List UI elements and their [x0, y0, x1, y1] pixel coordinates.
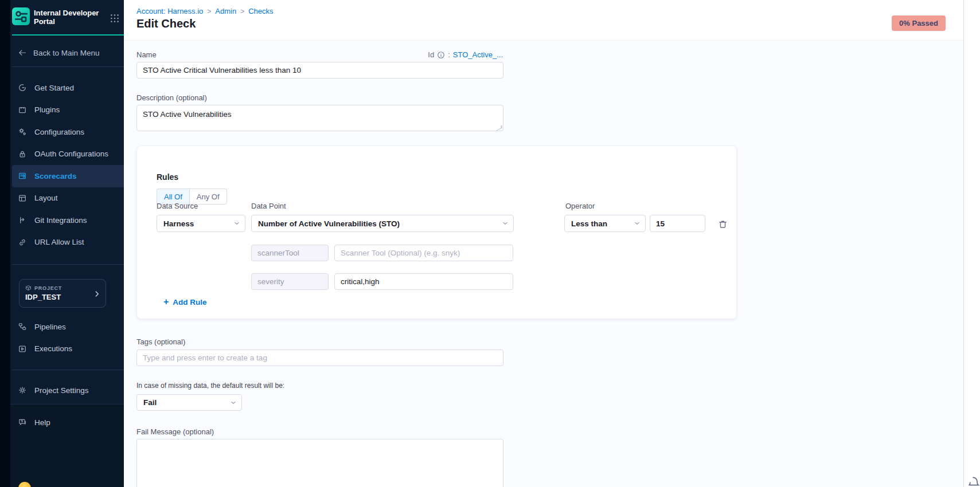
chevron-down-icon: [233, 219, 241, 227]
accent-divider: [12, 34, 124, 36]
support-bell-icon[interactable]: [966, 475, 980, 487]
id-label: Id: [428, 50, 434, 59]
project-name: IDP_TEST: [25, 293, 61, 301]
app-title: Internal Developer Portal: [34, 9, 103, 26]
configurations-icon: [18, 127, 27, 136]
git-branch-icon: [18, 215, 27, 225]
page-title: Edit Check: [136, 17, 196, 30]
sidebar-footer: Help: [10, 404, 124, 487]
help-chat-icon: [18, 418, 27, 427]
breadcrumb-account-link[interactable]: Account: Harness.io: [136, 7, 203, 15]
name-label: Name: [136, 50, 157, 59]
tags-label: Tags (optional): [136, 337, 185, 346]
sidebar-settings-nav: Project Settings: [10, 379, 124, 402]
apps-grid-icon[interactable]: [110, 13, 120, 23]
link-icon: [18, 238, 27, 247]
sidebar-item-help[interactable]: Help: [10, 411, 124, 434]
chevron-down-icon: [501, 219, 509, 227]
back-label: Back to Main Menu: [33, 49, 100, 57]
data-source-select[interactable]: Harness: [157, 215, 245, 232]
chevron-down-icon: [229, 399, 237, 407]
tags-input[interactable]: [136, 349, 503, 366]
threshold-input[interactable]: [650, 215, 705, 232]
sidebar-nav: Get Started Plugins Configurations OAuth…: [10, 77, 124, 253]
sidebar-item-get-started[interactable]: Get Started: [10, 77, 124, 99]
check-id-value[interactable]: STO_Active_...: [453, 50, 503, 59]
description-label: Description (optional): [136, 93, 207, 102]
sidebar-item-configurations[interactable]: Configurations: [10, 121, 124, 143]
description-textarea[interactable]: STO Active Vulnerabilities: [136, 105, 503, 131]
breadcrumb: Account: Harness.io > Admin > Checks: [136, 7, 274, 15]
plus-icon: +: [163, 297, 169, 307]
chevron-down-icon: [633, 219, 641, 227]
data-point-select[interactable]: Number of Active Vulnerabilities (STO): [251, 215, 514, 232]
add-rule-button[interactable]: + Add Rule: [163, 297, 207, 307]
divider: [12, 264, 124, 265]
sidebar-item-layout[interactable]: Layout: [10, 187, 124, 210]
missing-data-label: In case of missing data, the default res…: [136, 382, 284, 390]
plugins-icon: [18, 105, 27, 115]
sidebar-item-oauth-configurations[interactable]: OAuth Configurations: [10, 143, 124, 166]
check-id-row: Id : STO_Active_...: [428, 50, 503, 59]
data-point-label: Data Point: [251, 202, 286, 210]
back-to-main-menu[interactable]: Back to Main Menu: [18, 46, 100, 60]
data-source-label: Data Source: [157, 202, 198, 210]
operator-select[interactable]: Less than: [564, 215, 646, 232]
rules-title: Rules: [157, 172, 178, 182]
sidebar-item-executions[interactable]: Executions: [10, 338, 124, 360]
param-key-scannertool: [251, 245, 329, 261]
param-key-severity: [251, 273, 329, 290]
param-value-severity[interactable]: [334, 273, 513, 290]
trash-icon: [717, 219, 728, 230]
delete-rule-button[interactable]: [716, 219, 729, 231]
breadcrumb-separator: >: [207, 7, 211, 15]
idp-logo-icon: [12, 7, 30, 25]
module-rail: [0, 0, 10, 487]
chevron-right-icon: [93, 289, 101, 299]
back-arrow-icon: [18, 48, 27, 57]
name-input[interactable]: [136, 62, 503, 78]
user-avatar[interactable]: [18, 482, 31, 487]
breadcrumb-checks-link[interactable]: Checks: [248, 7, 273, 15]
project-cube-icon: [25, 285, 32, 291]
project-selector[interactable]: PROJECT IDP_TEST: [19, 279, 106, 308]
breadcrumb-separator: >: [240, 7, 244, 15]
layout-icon: [18, 194, 27, 203]
fail-message-label: Fail Message (optional): [136, 427, 214, 436]
executions-icon: [18, 344, 27, 354]
divider: [12, 370, 124, 370]
get-started-icon: [18, 83, 27, 92]
sidebar-project-nav: Pipelines Executions: [10, 316, 124, 360]
sidebar-item-url-allow-list[interactable]: URL Allow List: [10, 231, 124, 254]
fail-message-textarea[interactable]: [136, 439, 503, 487]
scorecards-icon: [18, 171, 27, 180]
main-content: Account: Harness.io > Admin > Checks Edi…: [124, 0, 964, 487]
sidebar-item-pipelines[interactable]: Pipelines: [10, 316, 124, 338]
sidebar: Internal Developer Portal Back to Main M…: [10, 0, 124, 487]
sidebar-item-git-integrations[interactable]: Git Integrations: [10, 209, 124, 231]
pipelines-icon: [18, 322, 27, 331]
sidebar-item-project-settings[interactable]: Project Settings: [10, 379, 124, 402]
divider: [12, 66, 124, 67]
lock-icon: [18, 150, 27, 159]
passed-percentage-badge: 0% Passed: [892, 15, 946, 31]
default-result-select[interactable]: Fail: [136, 394, 242, 411]
page: Internal Developer Portal Back to Main M…: [0, 0, 980, 487]
sidebar-item-scorecards[interactable]: Scorecards: [12, 165, 124, 187]
breadcrumb-admin-link[interactable]: Admin: [215, 7, 236, 15]
rules-card: Rules All Of Any Of Data Source Data Poi…: [136, 146, 737, 319]
project-kicker: PROJECT: [25, 285, 62, 291]
sidebar-item-plugins[interactable]: Plugins: [10, 99, 124, 121]
operator-label: Operator: [565, 202, 595, 210]
gear-icon: [18, 386, 27, 395]
info-icon[interactable]: [437, 51, 445, 59]
param-value-scannertool[interactable]: [334, 245, 513, 261]
id-colon: :: [448, 50, 450, 59]
